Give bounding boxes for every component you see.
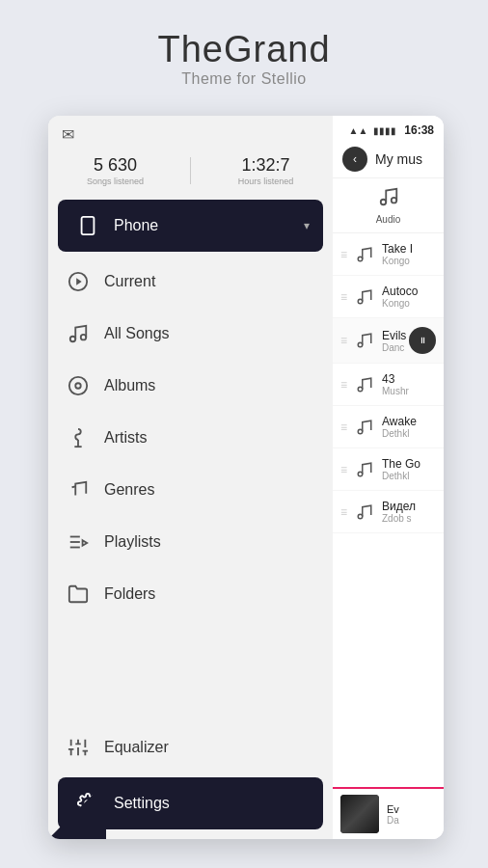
song-item[interactable]: ≡ Awake Dethkl — [333, 406, 444, 448]
song-artist: Dethkl — [382, 471, 436, 481]
right-status-bar: ▲▲ ▮▮▮▮ 16:38 — [333, 116, 444, 141]
equalizer-icon — [66, 735, 91, 760]
signal-icon: ▲▲ — [349, 125, 368, 136]
phone-arrow: ▾ — [304, 219, 310, 232]
app-subtitle: Theme for Stellio — [0, 70, 488, 88]
sidebar-item-playlists[interactable]: Playlists — [48, 516, 333, 568]
battery-icon: ▮▮▮▮ — [373, 125, 396, 136]
svg-rect-0 — [82, 217, 95, 234]
song-list: ≡ Take I Kongo ≡ — [333, 233, 444, 787]
svg-point-28 — [358, 429, 363, 434]
right-panel-title: My mus — [375, 151, 422, 167]
audio-tab-label: Audio — [376, 214, 401, 225]
folders-label: Folders — [104, 585, 155, 603]
stats-row: 5 630 Songs listened 1:32:7 Hours listen… — [48, 151, 333, 196]
sidebar-item-all-songs[interactable]: All Songs — [48, 308, 333, 360]
drag-handle: ≡ — [340, 378, 347, 392]
song-note-icon — [353, 373, 376, 396]
phone-label: Phone — [114, 217, 158, 234]
stat-divider — [190, 157, 191, 184]
sidebar-item-equalizer[interactable]: Equalizer — [48, 721, 333, 773]
svg-point-5 — [69, 377, 87, 394]
playlists-icon — [66, 529, 91, 555]
song-note-icon — [353, 416, 376, 439]
song-item[interactable]: ≡ The Go Dethkl — [333, 448, 444, 491]
song-item[interactable]: ≡ Видел Zdob s — [333, 491, 444, 533]
back-icon: ‹ — [353, 152, 357, 166]
song-note-icon — [353, 329, 376, 352]
song-title: 43 — [382, 372, 436, 386]
nav-list: Phone ▾ Current — [48, 196, 333, 721]
sidebar-item-artists[interactable]: Artists — [48, 412, 333, 464]
back-button[interactable]: ‹ — [342, 147, 367, 172]
album-art — [340, 795, 379, 833]
sidebar-item-albums[interactable]: Albums — [48, 360, 333, 412]
equalizer-label: Equalizer — [104, 739, 169, 756]
song-info: Видел Zdob s — [382, 500, 436, 524]
svg-point-29 — [358, 472, 363, 476]
now-playing-title: Ev — [387, 803, 436, 815]
right-header: ‹ My mus — [333, 141, 444, 178]
song-item[interactable]: ≡ Autoco Kongo — [333, 276, 444, 318]
svg-point-3 — [70, 337, 76, 342]
drag-handle: ≡ — [340, 290, 347, 304]
songs-label: Songs listened — [48, 176, 182, 186]
drag-handle: ≡ — [340, 505, 347, 519]
artists-icon — [66, 425, 91, 450]
phone-frame: ✉ 5 630 Songs listened 1:32:7 Hours list… — [48, 116, 444, 839]
current-label: Current — [104, 273, 155, 290]
song-artist: Danc — [382, 342, 409, 353]
song-item-playing[interactable]: ≡ Evils Danc ⏸ — [333, 318, 444, 364]
song-info: Autoco Kongo — [382, 285, 436, 309]
song-artist: Zdob s — [382, 513, 436, 524]
song-artist: Dethkl — [382, 428, 436, 439]
song-note-icon — [353, 243, 376, 266]
song-item[interactable]: ≡ Take I Kongo — [333, 233, 444, 276]
now-playing-bar[interactable]: Ev Da — [333, 787, 444, 839]
song-title: Awake — [382, 415, 436, 428]
hours-stat: 1:32:7 Hours listened — [199, 155, 333, 186]
sidebar-item-phone[interactable]: Phone ▾ — [58, 200, 323, 252]
svg-point-26 — [358, 342, 363, 347]
song-title: Evils — [382, 329, 409, 342]
app-title: TheGrand — [0, 29, 488, 70]
pause-icon: ⏸ — [419, 336, 427, 345]
song-note-icon — [353, 285, 376, 309]
genres-label: Genres — [104, 481, 154, 499]
drag-handle: ≡ — [340, 463, 347, 476]
svg-point-6 — [75, 383, 81, 389]
play-pause-button[interactable]: ⏸ — [409, 327, 436, 354]
song-info: Evils Danc — [382, 329, 409, 353]
hours-count: 1:32:7 — [199, 155, 333, 176]
song-item[interactable]: ≡ 43 Mushr — [333, 364, 444, 406]
song-info: 43 Mushr — [382, 372, 436, 396]
now-playing-artist: Da — [387, 815, 436, 826]
svg-point-24 — [358, 257, 363, 261]
audio-tab[interactable]: Audio — [333, 178, 444, 233]
sidebar: ✉ 5 630 Songs listened 1:32:7 Hours list… — [48, 116, 333, 839]
songs-stat: 5 630 Songs listened — [48, 155, 182, 186]
song-title: Autoco — [382, 285, 436, 298]
song-info: Awake Dethkl — [382, 415, 436, 439]
song-title: The Go — [382, 457, 436, 471]
song-info: Take I Kongo — [382, 242, 436, 266]
songs-count: 5 630 — [48, 155, 182, 176]
song-title: Take I — [382, 242, 436, 256]
all-songs-label: All Songs — [104, 325, 170, 342]
sidebar-item-genres[interactable]: Genres — [48, 464, 333, 516]
hours-label: Hours listened — [199, 176, 333, 186]
sidebar-item-folders[interactable]: Folders — [48, 568, 333, 620]
genres-icon — [66, 477, 91, 502]
all-songs-icon — [66, 321, 91, 346]
svg-point-27 — [358, 387, 363, 392]
svg-marker-2 — [76, 278, 82, 285]
time-display: 16:38 — [404, 123, 434, 137]
svg-point-25 — [358, 299, 363, 304]
playlists-label: Playlists — [104, 533, 161, 551]
now-playing-info: Ev Da — [387, 803, 436, 826]
song-artist: Kongo — [382, 256, 436, 266]
song-artist: Kongo — [382, 298, 436, 309]
song-title: Видел — [382, 500, 436, 513]
sidebar-item-current[interactable]: Current — [48, 256, 333, 308]
mail-icon: ✉ — [62, 125, 74, 144]
